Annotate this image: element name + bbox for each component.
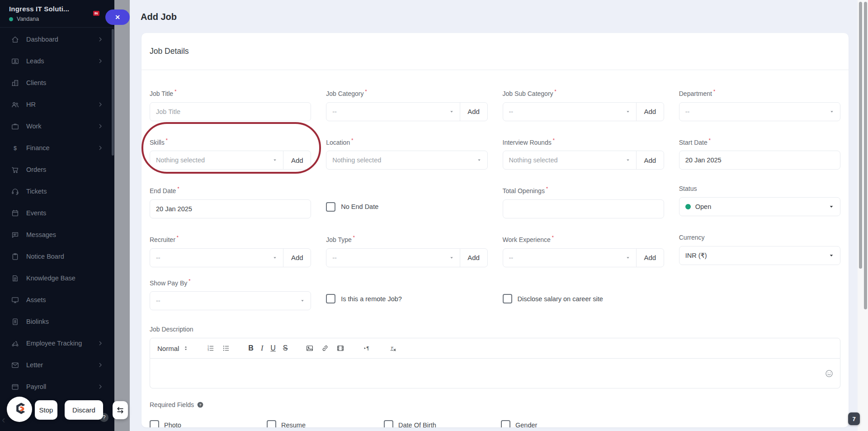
required-asterisk: *: [546, 186, 548, 191]
sidebar-item-messages[interactable]: Messages: [0, 224, 112, 246]
insert-image-button[interactable]: [306, 344, 314, 352]
job-sub-category-select[interactable]: --: [503, 102, 637, 121]
italic-button[interactable]: I: [261, 344, 263, 352]
sidebar-item-work[interactable]: Work: [0, 115, 112, 137]
sidebar-item-assets[interactable]: Assets: [0, 289, 112, 311]
sidebar-item-knowledge-base[interactable]: Knowledge Base: [0, 267, 112, 289]
format-dropdown[interactable]: Normal: [157, 345, 189, 352]
sidebar-item-dashboard[interactable]: Dashboard: [0, 28, 112, 50]
show-pay-by-select[interactable]: --: [150, 291, 311, 310]
caret-down-icon: [829, 204, 834, 209]
add-job-modal: Add Job Job Details Job Title* Job Categ…: [130, 0, 858, 431]
work-experience-add-button[interactable]: Add: [636, 248, 664, 267]
status-select[interactable]: Open: [679, 197, 840, 216]
required-asterisk: *: [166, 137, 168, 143]
form-row-3: End Date* 20 Jan 2025 No End Date Total …: [150, 185, 840, 218]
modal-scrollbar-thumb[interactable]: [859, 2, 862, 269]
date-of-birth-checkbox[interactable]: [384, 420, 393, 427]
help-question-icon[interactable]: ?: [197, 401, 204, 408]
required-asterisk: *: [553, 137, 555, 143]
resume-label: Resume: [281, 422, 306, 427]
text-direction-button[interactable]: ¶: [363, 344, 371, 352]
sidebar-item-label: Letter: [26, 361, 97, 369]
field-job-sub-category: Job Sub Category* -- Add: [503, 88, 664, 121]
required-asterisk: *: [189, 278, 190, 284]
start-date-input[interactable]: 20 Jan 2025: [679, 151, 840, 170]
sidebar-item-label: Clients: [26, 79, 104, 86]
chevron-right-icon: [97, 384, 104, 390]
location-select[interactable]: Nothing selected: [326, 151, 487, 170]
caret-down-icon: [477, 158, 481, 162]
sidebar-item-leads[interactable]: Leads: [0, 50, 112, 72]
end-date-input[interactable]: 20 Jan 2025: [150, 199, 311, 218]
job-category-add-button[interactable]: Add: [460, 102, 488, 121]
envelope-icon: [11, 361, 19, 369]
chevron-right-icon: [97, 101, 104, 108]
recording-discard-button[interactable]: Discard: [65, 400, 103, 420]
sidebar-item-events[interactable]: Events: [0, 202, 112, 224]
department-select[interactable]: --: [679, 102, 840, 121]
job-category-select[interactable]: --: [326, 102, 460, 121]
gender-checkbox[interactable]: [501, 420, 510, 427]
bullet-list-button[interactable]: [222, 344, 230, 352]
currency-select[interactable]: INR (₹): [679, 246, 840, 265]
clear-format-button[interactable]: T: [389, 344, 397, 352]
interview-rounds-label: Interview Rounds: [503, 138, 552, 146]
job-title-input[interactable]: [150, 102, 311, 121]
sidebar-item-clients[interactable]: Clients: [0, 72, 112, 94]
department-label: Department: [679, 90, 712, 97]
sidebar-item-finance[interactable]: $ Finance: [0, 137, 112, 159]
users-icon: [11, 100, 19, 109]
job-sub-category-add-button[interactable]: Add: [636, 102, 664, 121]
job-type-add-button[interactable]: Add: [460, 248, 488, 267]
interview-rounds-select[interactable]: Nothing selected: [503, 151, 637, 170]
skills-select[interactable]: Nothing selected: [150, 151, 283, 170]
modal-close-button[interactable]: ✕: [105, 9, 130, 25]
resume-checkbox[interactable]: [267, 420, 276, 427]
caret-down-icon: [829, 253, 834, 258]
sidebar-item-hr[interactable]: HR: [0, 94, 112, 115]
sidebar-item-payroll[interactable]: Payroll: [0, 376, 112, 398]
disclose-salary-checkbox[interactable]: [503, 294, 512, 303]
sidebar-item-notice-board[interactable]: Notice Board: [0, 246, 112, 267]
field-show-pay-by: Show Pay By* --: [150, 277, 311, 311]
headset-icon: [11, 187, 19, 196]
sidebar-scrollbar[interactable]: [112, 29, 114, 156]
photo-checkbox[interactable]: [150, 420, 159, 427]
insert-video-button[interactable]: [336, 344, 344, 352]
ordered-list-button[interactable]: 123: [207, 344, 215, 352]
sidebar-item-label: Notice Board: [26, 253, 104, 260]
total-openings-input[interactable]: [503, 199, 664, 218]
recorder-logo[interactable]: [7, 397, 32, 422]
sidebar: Ingress IT Soluti... IN Vandana Dashboar…: [0, 0, 114, 431]
skills-add-button[interactable]: Add: [283, 151, 311, 170]
bold-button[interactable]: B: [248, 344, 254, 352]
scrollbar-rail: [858, 0, 868, 431]
sidebar-item-employee-tracking[interactable]: Employee Tracking: [0, 332, 112, 354]
swap-arrows-button[interactable]: [113, 401, 128, 419]
emoji-icon[interactable]: [825, 369, 834, 378]
remote-job-checkbox[interactable]: [326, 294, 335, 303]
job-description-editor[interactable]: [150, 359, 840, 388]
recruiter-select[interactable]: --: [150, 248, 283, 267]
sidebar-item-orders[interactable]: Orders: [0, 159, 112, 180]
insert-link-button[interactable]: [321, 344, 329, 352]
form-row-5: Show Pay By* -- Is this a remote Job?: [150, 277, 840, 311]
recorder-logo-icon: [12, 401, 27, 418]
recording-stop-button[interactable]: Stop: [35, 400, 57, 420]
chevron-right-icon: [97, 58, 104, 64]
sidebar-item-letter[interactable]: Letter: [0, 354, 112, 376]
sidebar-item-biolinks[interactable]: Biolinks: [0, 311, 112, 332]
work-experience-select[interactable]: --: [503, 248, 637, 267]
no-end-date-checkbox[interactable]: [326, 202, 335, 212]
field-work-experience: Work Experience* -- Add: [503, 234, 664, 267]
step-count-badge[interactable]: 7: [848, 412, 860, 425]
page-scrollbar-thumb[interactable]: [864, 2, 867, 309]
recruiter-add-button[interactable]: Add: [283, 248, 311, 267]
widget-collapse-arrow[interactable]: ‹: [2, 414, 5, 426]
job-type-select[interactable]: --: [326, 248, 460, 267]
strikethrough-button[interactable]: S: [283, 344, 288, 352]
interview-rounds-add-button[interactable]: Add: [636, 151, 664, 170]
sidebar-item-tickets[interactable]: Tickets: [0, 180, 112, 202]
underline-button[interactable]: U: [270, 344, 276, 352]
